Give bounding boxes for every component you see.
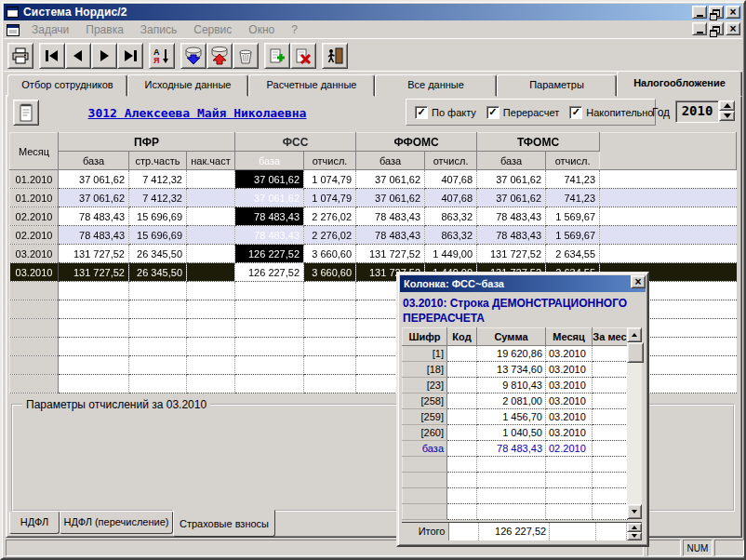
restore-button[interactable] [709, 6, 724, 19]
cell[interactable] [187, 263, 235, 282]
menu-service[interactable]: Сервис [185, 22, 240, 37]
cell-highlighted[interactable]: 126 227,52 [235, 245, 304, 263]
checkbox-recalc[interactable]: ✓ Перерасчет [486, 106, 559, 119]
popup-scrollbar[interactable] [627, 327, 642, 519]
cell[interactable]: 78 483,43 [59, 226, 129, 245]
cell[interactable]: 37 061,62 [477, 189, 546, 207]
cell[interactable]: 407,68 [425, 189, 477, 207]
tab-calc-data[interactable]: Расчетные данные [248, 74, 375, 97]
column-header-pfr-str[interactable]: стр.часть [129, 152, 187, 170]
cell-highlighted[interactable]: 37 061,62 [235, 189, 304, 207]
popup-empty-row[interactable] [403, 504, 628, 520]
popup-row[interactable]: [260]1 040,5003.2010 [403, 425, 628, 441]
post-data-button[interactable] [180, 43, 206, 69]
table-row[interactable]: 02.2010 78 483,43 15 696,69 78 483,43 2 … [10, 207, 737, 226]
by-fact-checkbox-icon[interactable]: ✓ [415, 106, 428, 119]
menu-help[interactable]: ? [283, 22, 306, 37]
total-spin-down-button[interactable] [627, 532, 642, 541]
popup-row[interactable]: [259]1 456,7003.2010 [403, 409, 628, 425]
cell-highlighted[interactable]: 78 483,43 [235, 226, 304, 245]
exit-button[interactable] [322, 43, 348, 69]
cell[interactable]: 7 412,32 [129, 189, 187, 207]
tab-taxation[interactable]: Налогообложение [617, 71, 742, 97]
scroll-up-button[interactable] [627, 327, 642, 342]
column-header-pfr-base[interactable]: база [59, 152, 129, 170]
employee-link[interactable]: 3012 Алексеева Майя Николаевна [53, 106, 341, 120]
month-cell[interactable]: 02.2010 [10, 226, 59, 245]
month-cell[interactable]: 01.2010 [10, 170, 59, 189]
popup-empty-row[interactable] [403, 488, 628, 504]
cell[interactable]: 26 345,50 [129, 263, 187, 282]
table-row[interactable]: 01.2010 37 061,62 7 412,32 37 061,62 1 0… [10, 170, 737, 189]
popup-col-sum[interactable]: Сумма [477, 328, 546, 346]
month-cell[interactable]: 02.2010 [10, 207, 59, 226]
cell[interactable]: 2 276,02 [304, 226, 356, 245]
cell[interactable]: 2 634,55 [546, 245, 600, 263]
cell[interactable]: 1 569,67 [546, 207, 600, 226]
popup-row[interactable]: [1]19 620,8603.2010 [403, 346, 628, 362]
month-cell[interactable]: 03.2010 [10, 245, 59, 263]
column-header-fss-otch[interactable]: отчисл. [304, 152, 356, 170]
cell[interactable]: 741,23 [546, 170, 600, 189]
trash-button[interactable] [233, 43, 259, 69]
sort-button[interactable]: АЯ [149, 43, 175, 69]
close-button[interactable]: × [726, 6, 740, 19]
table-row[interactable]: 01.2010 37 061,62 7 412,32 37 061,62 1 0… [10, 189, 737, 207]
first-record-button[interactable] [39, 43, 65, 69]
mdi-close-button[interactable]: × [726, 22, 740, 35]
employee-card-button[interactable] [13, 100, 39, 126]
cell[interactable]: 37 061,62 [59, 170, 129, 189]
popup-row-base[interactable]: база78 483,4302.2010 [403, 441, 628, 457]
scroll-down-button[interactable] [627, 504, 642, 519]
tab-ndfl[interactable]: НДФЛ [9, 512, 60, 534]
popup-row[interactable]: [258]2 081,0003.2010 [403, 393, 628, 409]
column-header-month[interactable]: Месяц [10, 133, 59, 170]
cell[interactable]: 407,68 [425, 170, 477, 189]
cell[interactable]: 863,32 [425, 207, 477, 226]
popup-close-button[interactable]: × [631, 275, 646, 288]
column-header-fss-base[interactable]: база [235, 152, 304, 170]
cell[interactable]: 1 074,79 [304, 170, 356, 189]
revert-data-button[interactable] [206, 43, 233, 69]
prev-record-button[interactable] [65, 43, 91, 69]
tab-ndfl-transfer[interactable]: НДФЛ (перечисление) [60, 512, 173, 534]
mdi-restore-button[interactable] [709, 22, 724, 35]
cell[interactable]: 131 727,52 [477, 245, 546, 263]
cumulative-checkbox-icon[interactable]: ✓ [569, 106, 582, 119]
popup-empty-row[interactable] [403, 473, 628, 488]
cell[interactable]: 2 276,02 [304, 207, 356, 226]
year-down-button[interactable] [719, 111, 735, 121]
cell[interactable]: 37 061,62 [59, 189, 129, 207]
popup-col-permonth[interactable]: За мес [593, 328, 628, 346]
year-field[interactable]: 2010 [675, 100, 719, 123]
group-header-fss[interactable]: ФСС [235, 133, 356, 152]
tab-source-data[interactable]: Исходные данные [127, 74, 248, 97]
tab-insurance-contributions[interactable]: Страховые взносы [173, 510, 275, 537]
group-header-ffoms[interactable]: ФФОМС [356, 133, 477, 152]
cell[interactable]: 1 569,67 [546, 226, 600, 245]
cell[interactable]: 78 483,43 [477, 207, 546, 226]
cell[interactable]: 741,23 [546, 189, 600, 207]
menu-record[interactable]: Запись [132, 22, 185, 37]
cell[interactable] [187, 170, 235, 189]
cell[interactable] [187, 207, 235, 226]
cell-highlighted[interactable]: 126 227,52 [235, 263, 304, 282]
cell[interactable]: 131 727,52 [59, 245, 129, 263]
cell[interactable]: 26 345,50 [129, 245, 187, 263]
checkbox-cumulative[interactable]: ✓ Накопительно [569, 106, 653, 119]
cell[interactable]: 37 061,62 [356, 170, 425, 189]
cell[interactable]: 78 483,43 [477, 226, 546, 245]
year-up-button[interactable] [719, 100, 735, 111]
popup-row[interactable]: [18]13 734,6003.2010 [403, 362, 628, 378]
popup-title-bar[interactable]: Колонка: ФСС~база [400, 275, 646, 292]
cell[interactable] [187, 226, 235, 245]
checkbox-by-fact[interactable]: ✓ По факту [415, 106, 476, 119]
menu-tasks[interactable]: Задачи [23, 22, 77, 37]
tab-all-data[interactable]: Все данные [375, 74, 497, 97]
cell[interactable]: 131 727,52 [59, 263, 129, 282]
column-header-pfr-nak[interactable]: нак.част [187, 152, 235, 170]
column-header-tfoms-base[interactable]: база [477, 152, 546, 170]
popup-col-kod[interactable]: Код [447, 328, 477, 346]
cell[interactable]: 37 061,62 [477, 170, 546, 189]
cell[interactable]: 3 660,60 [304, 263, 356, 282]
